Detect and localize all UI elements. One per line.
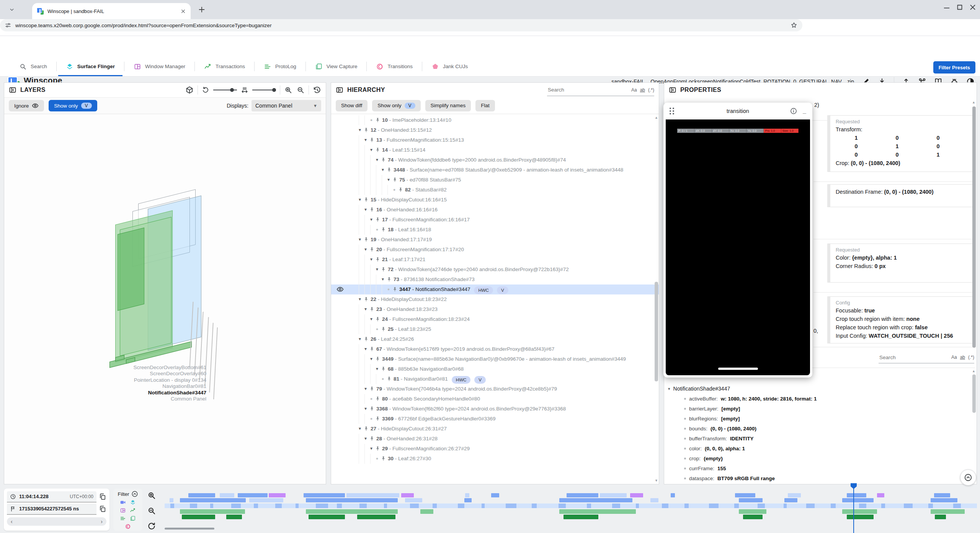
pin-icon[interactable] xyxy=(381,366,386,372)
timeline-canvas[interactable] xyxy=(165,489,977,531)
pin-icon[interactable] xyxy=(375,316,381,322)
tree-node-22[interactable]: ▾22 - HideDisplayCutout:18:23#22 xyxy=(331,294,659,304)
window-close-button[interactable] xyxy=(969,3,977,11)
pin-icon[interactable] xyxy=(375,416,381,422)
expand-arrow-icon[interactable]: ▾ xyxy=(362,404,369,414)
tree-node-72[interactable]: ▾72 - WindowToken{a2746de type=2040 andr… xyxy=(331,265,659,275)
tree-node-12[interactable]: ▾12 - OneHanded:15:15#12 xyxy=(331,125,659,135)
preview-window-titlebar[interactable]: transition _ xyxy=(663,103,812,119)
expand-arrow-icon[interactable]: ▾ xyxy=(379,275,386,284)
search-flag[interactable]: ab xyxy=(640,87,645,93)
timeline-segment[interactable] xyxy=(306,509,398,514)
search-flag[interactable]: ab xyxy=(960,355,965,360)
zoom-out-icon[interactable] xyxy=(296,86,305,94)
timeline-segment[interactable] xyxy=(249,498,283,502)
search-flag[interactable]: Aa xyxy=(951,355,957,360)
collapse-filter-icon[interactable] xyxy=(131,490,138,497)
expand-arrow-icon[interactable]: ▾ xyxy=(374,265,381,274)
expand-arrow-icon[interactable]: ▾ xyxy=(356,195,363,204)
timeline-segment[interactable] xyxy=(650,498,658,502)
show-diff-button[interactable]: Show diff xyxy=(336,100,368,111)
timeline-segment[interactable] xyxy=(420,509,433,514)
timeline-segment[interactable] xyxy=(564,515,598,519)
timeline-segment[interactable] xyxy=(788,493,801,497)
expand-arrow-icon[interactable]: ▾ xyxy=(368,314,375,324)
tab-transitions[interactable]: Transitions xyxy=(367,57,422,76)
pin-icon[interactable] xyxy=(398,187,403,193)
tree-node-25[interactable]: ●25 - Leaf:18:23#25 xyxy=(331,324,659,334)
timeline-segment[interactable] xyxy=(630,493,643,497)
minimize-preview-icon[interactable]: _ xyxy=(803,108,806,114)
tab-view-capture[interactable]: View Capture xyxy=(306,57,367,76)
tree-node-17[interactable]: ▾17 - FullscreenMagnification:16:16#17 xyxy=(331,215,659,225)
scroll-up-arrow[interactable]: ▲ xyxy=(972,369,975,373)
hierarchy-search[interactable]: Aaab(.*) xyxy=(547,84,654,96)
collapse-panel-icon[interactable] xyxy=(9,86,16,94)
wm-trace-filter-icon[interactable] xyxy=(120,507,126,513)
node-props-scrollbar[interactable] xyxy=(972,374,976,413)
timeline-segment[interactable] xyxy=(220,493,234,497)
window-minimize-button[interactable] xyxy=(942,3,951,11)
timeline-segment[interactable] xyxy=(877,493,884,497)
browser-tab[interactable]: Winscope | sandbox-FAIL xyxy=(32,3,191,19)
pin-icon[interactable] xyxy=(363,426,369,432)
expand-arrow-icon[interactable]: ▾ xyxy=(356,424,363,433)
tree-node-68[interactable]: ▾68 - 885b63e NavigationBar0#68 xyxy=(331,364,659,374)
tab-search[interactable]: Search xyxy=(10,57,56,76)
node-property-blurRegions[interactable]: blurRegions:[empty] xyxy=(668,414,970,423)
layers-3d-canvas[interactable]: ScreenDecorOverlayBottom#61ScreenDecorOv… xyxy=(4,114,326,484)
screen-preview-window[interactable]: transition _ P: 0 / 1dX: 0.0dY: 0.0Xv: 0… xyxy=(663,103,812,378)
tree-node-73[interactable]: ▾73 - 8736138 NotificationShade#73 xyxy=(331,275,659,284)
tree-node-13[interactable]: ▾13 - FullscreenMagnification:15:15#13 xyxy=(331,135,659,145)
timeline-segment[interactable] xyxy=(842,509,877,514)
expand-arrow-icon[interactable]: ▾ xyxy=(362,304,369,314)
expand-arrow-icon[interactable]: ▾ xyxy=(368,145,375,155)
expand-arrow-icon[interactable]: ▾ xyxy=(374,155,381,165)
pin-icon[interactable] xyxy=(381,157,386,163)
expand-arrow-icon[interactable]: ▾ xyxy=(385,175,392,185)
pin-icon[interactable] xyxy=(375,446,381,451)
node-property-crop[interactable]: crop:{empty} xyxy=(668,453,970,463)
tab-window-manager[interactable]: Window Manager xyxy=(124,57,194,76)
url-bar[interactable]: winscope.teams.x20web.corp.google.com/pr… xyxy=(0,19,802,31)
pin-icon[interactable] xyxy=(381,227,386,232)
timeline-segment[interactable] xyxy=(309,515,345,519)
vc-trace-filter-icon[interactable] xyxy=(130,515,136,522)
transitions-trace-filter-icon[interactable] xyxy=(125,523,131,530)
timeline-segment[interactable] xyxy=(784,498,797,502)
timeline-cursor-handle[interactable] xyxy=(851,483,857,489)
pin-icon[interactable] xyxy=(363,237,369,242)
tab-transactions[interactable]: Transactions xyxy=(195,57,254,76)
node-property-color[interactable]: color:(0, 0, 0), alpha: 1 xyxy=(668,443,970,453)
scroll-down-arrow[interactable]: ▼ xyxy=(655,479,658,482)
timeline-segment[interactable] xyxy=(401,493,414,497)
ns-time-field[interactable]: 1715339054227572545 ns xyxy=(7,504,96,515)
tab-close-icon[interactable] xyxy=(180,8,186,14)
expand-arrow-icon[interactable]: ▾ xyxy=(668,386,670,391)
pin-icon[interactable] xyxy=(363,127,369,133)
node-property-bufferTransform[interactable]: bufferTransform:IDENTITY xyxy=(668,433,970,443)
tree-node-67[interactable]: ▾67 - WindowToken{e5176f9 type=2019 andr… xyxy=(331,344,659,354)
timeline-hscroll-thumb[interactable] xyxy=(165,528,214,530)
timeline-segment[interactable] xyxy=(559,498,632,502)
timeline-segment[interactable] xyxy=(226,515,242,519)
layer-label[interactable]: NavigationBar0#81 xyxy=(4,383,206,389)
tree-node-14[interactable]: ▾14 - Leaf:15:15#14 xyxy=(331,145,659,155)
pin-icon[interactable] xyxy=(369,207,375,213)
node-property-barrierLayer[interactable]: barrierLayer:[empty] xyxy=(668,404,970,414)
timeline-segment[interactable] xyxy=(739,498,763,502)
selected-trace-band[interactable] xyxy=(165,504,977,508)
pin-icon[interactable] xyxy=(375,147,381,153)
tree-node-21[interactable]: ▾21 - Leaf:17:17#21 xyxy=(331,255,659,265)
pin-icon[interactable] xyxy=(369,436,375,441)
pin-icon[interactable] xyxy=(375,257,381,262)
human-time-field[interactable]: 11:04:14.228 UTC+00:00 xyxy=(7,491,96,502)
zoom-in-icon[interactable] xyxy=(284,86,292,94)
node-header[interactable]: ▾ NotificationShade#3447 xyxy=(668,384,970,394)
expand-arrow-icon[interactable]: ▾ xyxy=(362,384,369,394)
timeline-segment[interactable] xyxy=(847,493,866,497)
timeline-segment[interactable] xyxy=(405,498,422,502)
site-settings-icon[interactable] xyxy=(5,22,11,29)
tab-surface-flinger[interactable]: Surface Flinger xyxy=(57,57,124,76)
visibility-eye-icon[interactable] xyxy=(336,286,344,293)
